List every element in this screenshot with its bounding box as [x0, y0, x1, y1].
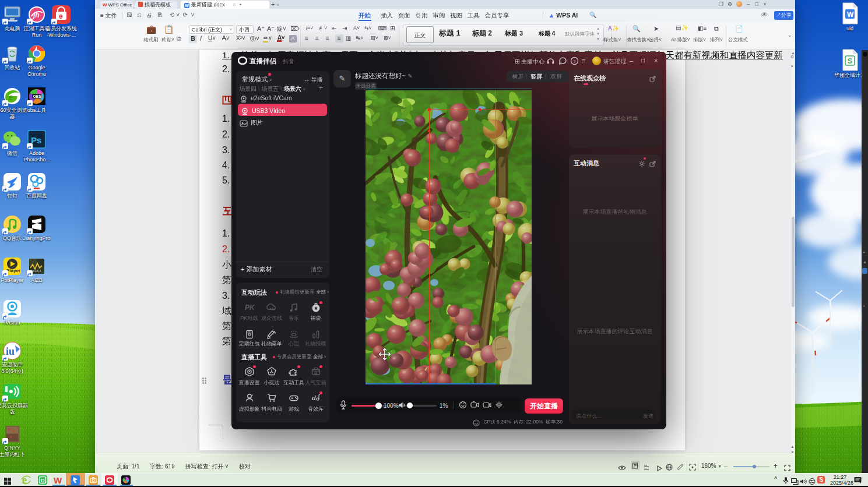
svg-text:AIZB-3: AIZB-3 [32, 269, 41, 273]
svg-text:PK: PK [245, 304, 255, 312]
svg-text:W: W [847, 10, 854, 19]
svg-text:e: e [59, 12, 63, 20]
svg-text:OBS: OBS [33, 94, 42, 98]
svg-text:S: S [848, 57, 853, 65]
svg-text:jh: jh [32, 11, 40, 19]
svg-text:W: W [54, 475, 62, 485]
svg-text:e: e [9, 91, 13, 103]
svg-text:D: D [41, 478, 45, 484]
svg-text:Player: Player [6, 268, 20, 273]
svg-text:?: ? [573, 59, 576, 64]
svg-text:10: 10 [248, 330, 251, 334]
svg-text:d: d [312, 394, 316, 401]
